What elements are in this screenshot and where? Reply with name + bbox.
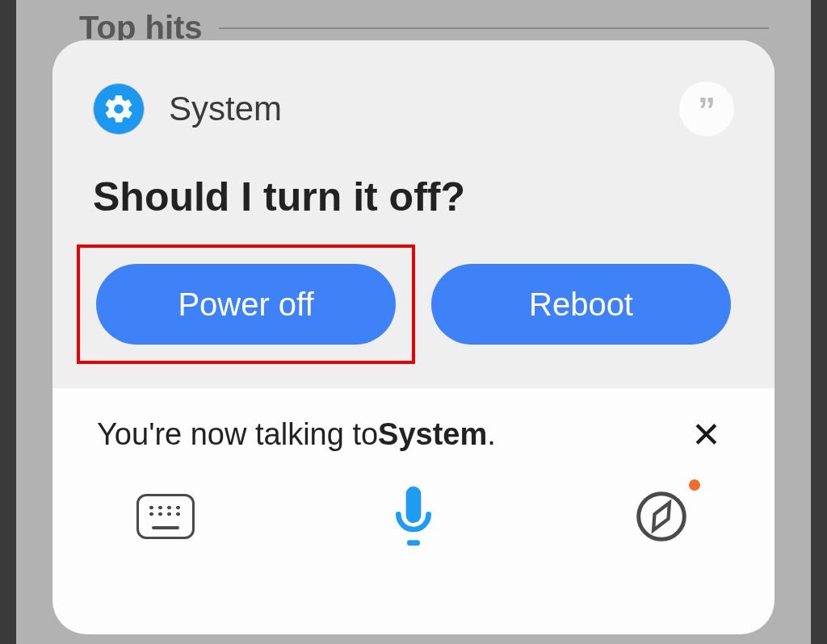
status-subject: System [378, 417, 487, 452]
svg-marker-3 [653, 503, 670, 530]
bottom-toolbar [52, 468, 775, 573]
background-screen: Top hits System ” Should I turn it off? … [16, 0, 811, 644]
close-icon[interactable]: ✕ [686, 409, 726, 460]
compass-icon[interactable] [629, 484, 694, 549]
status-row: You're now talking to System . ✕ [52, 388, 775, 468]
card-title: System [169, 90, 282, 128]
reboot-button[interactable]: Reboot [431, 264, 731, 345]
status-text-prefix: You're now talking to [97, 417, 378, 452]
keyboard-icon[interactable] [133, 484, 198, 549]
top-hits-divider [219, 27, 769, 29]
action-button-row: Power off Reboot [52, 245, 775, 388]
microphone-icon[interactable] [381, 484, 446, 549]
card-top-section: System ” Should I turn it off? Power off… [52, 40, 775, 388]
svg-rect-0 [406, 487, 422, 523]
card-header: System ” [52, 77, 775, 141]
svg-point-2 [639, 494, 685, 540]
settings-gear-icon [93, 83, 145, 135]
reboot-button-wrap: Reboot [431, 245, 750, 364]
svg-rect-1 [407, 540, 420, 546]
status-text-suffix: . [487, 417, 496, 452]
assistant-card: System ” Should I turn it off? Power off… [52, 40, 775, 634]
notification-dot-icon [689, 479, 700, 491]
assistant-prompt: Should I turn it off? [52, 141, 775, 245]
power-off-button[interactable]: Power off [96, 264, 396, 345]
highlight-annotation: Power off [77, 245, 415, 364]
quote-icon[interactable]: ” [679, 82, 734, 136]
